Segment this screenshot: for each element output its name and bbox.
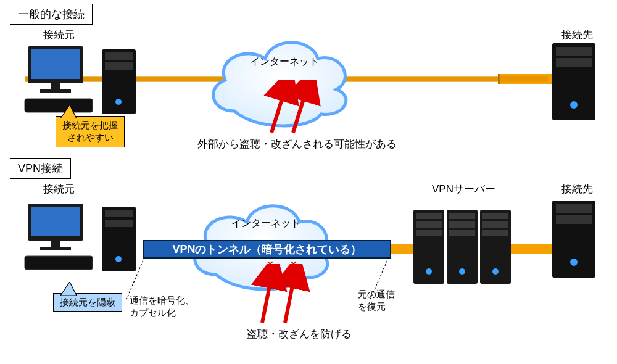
svg-rect-34 bbox=[416, 221, 442, 228]
svg-point-44 bbox=[492, 268, 499, 275]
svg-rect-9 bbox=[105, 62, 133, 70]
svg-point-14 bbox=[570, 101, 578, 109]
svg-rect-4 bbox=[51, 83, 60, 89]
section-tag-vpn: VPN接続 bbox=[10, 158, 71, 179]
svg-point-10 bbox=[115, 99, 122, 105]
svg-rect-46 bbox=[556, 204, 592, 213]
svg-rect-38 bbox=[449, 230, 475, 236]
section-title-bottom: VPN接続 bbox=[18, 162, 63, 175]
section-title-top: 一般的な接続 bbox=[18, 8, 85, 20]
cloud-label-bottom: インターネット bbox=[231, 217, 300, 230]
cloud-label-top: インターネット bbox=[250, 56, 319, 68]
svg-rect-33 bbox=[416, 213, 442, 219]
svg-rect-3 bbox=[31, 49, 80, 79]
svg-rect-47 bbox=[556, 215, 592, 224]
source-computer-top bbox=[19, 40, 142, 120]
svg-rect-8 bbox=[105, 52, 133, 60]
source-label-bottom: 接続元 bbox=[43, 182, 75, 196]
svg-rect-22 bbox=[31, 207, 80, 236]
svg-point-29 bbox=[115, 256, 122, 262]
callout-pointer-bottom bbox=[60, 282, 79, 296]
svg-rect-39 bbox=[482, 213, 508, 219]
svg-rect-37 bbox=[449, 221, 475, 228]
svg-rect-35 bbox=[416, 230, 442, 236]
svg-point-48 bbox=[570, 259, 578, 266]
svg-point-42 bbox=[426, 268, 432, 275]
threat-arrows-bottom bbox=[247, 264, 315, 326]
svg-point-43 bbox=[459, 268, 465, 275]
svg-rect-27 bbox=[105, 210, 133, 217]
svg-rect-23 bbox=[51, 241, 60, 247]
source-callout-bottom-text: 接続元を隠蔽 bbox=[60, 297, 115, 307]
svg-line-49 bbox=[262, 270, 273, 323]
source-callout-top: 接続元を把握 されやすい bbox=[56, 116, 125, 147]
threat-arrows-top bbox=[253, 80, 321, 136]
svg-rect-13 bbox=[556, 58, 592, 67]
source-computer-bottom bbox=[19, 197, 142, 278]
source-callout-top-text: 接続元を把握 されやすい bbox=[62, 120, 118, 143]
svg-rect-24 bbox=[40, 247, 71, 250]
svg-rect-12 bbox=[556, 47, 592, 56]
svg-line-16 bbox=[293, 83, 308, 133]
svg-rect-5 bbox=[40, 89, 71, 93]
note-right: 元の通信 を復元 bbox=[358, 288, 395, 313]
note-left: 通信を暗号化、 カプセル化 bbox=[130, 294, 194, 320]
threat-caption-bottom: 盗聴・改ざんを防げる bbox=[247, 327, 352, 341]
dest-server-top bbox=[546, 37, 602, 123]
svg-rect-28 bbox=[105, 220, 133, 227]
threat-caption-top: 外部から盗聴・改ざんされる可能性がある bbox=[197, 137, 397, 151]
svg-rect-25 bbox=[25, 256, 93, 270]
callout-pointer-top bbox=[60, 105, 79, 118]
section-tag-general: 一般的な接続 bbox=[10, 4, 93, 25]
svg-rect-6 bbox=[25, 99, 93, 112]
svg-line-15 bbox=[271, 83, 287, 133]
svg-line-50 bbox=[285, 270, 296, 323]
svg-rect-40 bbox=[482, 221, 508, 228]
svg-rect-36 bbox=[449, 213, 475, 219]
dest-server-bottom bbox=[546, 194, 602, 281]
vpn-server-rack bbox=[407, 194, 518, 299]
source-callout-bottom: 接続元を隠蔽 bbox=[53, 293, 122, 312]
svg-rect-41 bbox=[482, 230, 508, 236]
